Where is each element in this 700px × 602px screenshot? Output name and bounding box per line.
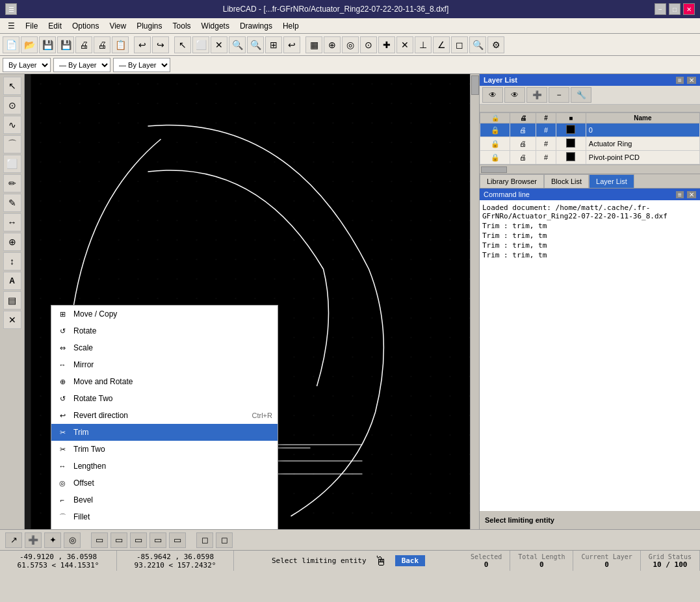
tool-text[interactable]: A [3,272,21,290]
select-button[interactable]: ↖ [174,36,191,53]
menu-help[interactable]: Help [278,20,304,32]
undo-button[interactable]: ↩ [134,36,151,53]
menu-plugins[interactable]: Plugins [131,20,167,32]
vertical-scrollbar[interactable] [470,74,479,529]
ctx-scale[interactable]: ⇔ Scale [51,339,278,356]
edit-layer-button[interactable]: 🔧 [571,87,591,103]
zoom-prev-button[interactable]: ↩ [283,36,300,53]
tool-move[interactable]: ↔ [3,213,21,231]
tool-polyline[interactable]: ✎ [3,194,21,212]
tool-hatch[interactable]: ▤ [3,291,21,309]
command-panel-float-button[interactable]: ≡ [676,191,684,198]
hide-all-layers-button[interactable]: 👁 [504,87,525,103]
bt-snap-free[interactable]: ✦ [44,532,61,548]
ctx-trim[interactable]: ✂ Trim [51,424,278,441]
menu-options[interactable]: Options [67,20,104,32]
layer-scroll-bar[interactable] [480,164,700,174]
show-all-layers-button[interactable]: 👁 [482,87,503,103]
zoom-fit-button[interactable]: ⊞ [265,36,282,53]
linetype-selector[interactable]: — By Layer [53,58,110,72]
menu-edit[interactable]: Edit [43,20,67,32]
bt-window-full[interactable]: ▭ [149,532,166,548]
maximize-button[interactable]: □ [669,3,681,15]
drawing-canvas-area[interactable]: ⊞ Move / Copy ↺ Rotate ⇔ Scale ↔ Mirror … [25,74,479,529]
ctx-fillet[interactable]: ⌒ Fillet [51,508,278,525]
save-button[interactable]: 💾 [39,36,56,53]
ctx-rotate[interactable]: ↺ Rotate [51,322,278,339]
tab-library-browser[interactable]: Library Browser [480,174,544,188]
menu-widgets[interactable]: Widgets [196,20,235,32]
minimize-button[interactable]: − [655,3,666,15]
tool-circle[interactable]: ⊙ [3,96,21,114]
bt-snap-point[interactable]: ↗ [5,532,22,548]
print-preview-button[interactable]: 🖨 [75,36,92,53]
snap-free-button[interactable]: ◻ [451,36,468,53]
ctx-move-copy[interactable]: ⊞ Move / Copy [51,306,278,322]
scroll-thumb[interactable] [471,75,479,95]
system-menu-button[interactable]: ☰ [5,3,17,15]
bt-window-v[interactable]: ▭ [130,532,147,548]
tool-arc[interactable]: ∿ [3,116,21,134]
add-layer-button[interactable]: ➕ [526,87,547,103]
grid-button[interactable]: ▦ [305,36,322,53]
tool-select[interactable]: ↖ [3,77,21,95]
snap-perp-button[interactable]: ⊥ [415,36,432,53]
zoom-in-button[interactable]: 🔍 [229,36,246,53]
tool-modify[interactable]: ✕ [3,311,21,329]
layer-panel-float-button[interactable]: ≡ [676,77,684,84]
menu-view[interactable]: View [104,20,131,32]
close-button[interactable]: ✕ [683,3,695,15]
ctx-move-rotate[interactable]: ⊕ Move and Rotate [51,373,278,390]
snap-intersect-button[interactable]: ✕ [396,36,413,53]
tool-measure[interactable]: ↕ [3,252,21,270]
ctx-rotate-two[interactable]: ↺ Rotate Two [51,390,278,407]
color-selector[interactable]: By Layer [3,58,51,72]
snap-button[interactable]: ⊕ [324,36,341,53]
ctx-lengthen[interactable]: ↔ Lengthen [51,458,278,475]
select-window-button[interactable]: ⬜ [192,36,209,53]
tool-snap[interactable]: ⊕ [3,233,21,251]
ctx-offset[interactable]: ◎ Offset [51,475,278,491]
snap-angle-button[interactable]: ∠ [433,36,450,53]
layer-panel-close-button[interactable]: ✕ [687,77,696,84]
snap-center-button[interactable]: ✚ [378,36,395,53]
remove-layer-button[interactable]: − [549,87,569,103]
redo-button[interactable]: ↪ [152,36,169,53]
tool-rect[interactable]: ⬜ [3,155,21,173]
bt-add-point[interactable]: ➕ [25,532,42,548]
export-button[interactable]: 📋 [112,36,129,53]
menu-drawings[interactable]: Drawings [235,20,278,32]
ctx-trim-two[interactable]: ✂ Trim Two [51,441,278,458]
settings-button[interactable]: ⚙ [487,36,504,53]
layer-row-0[interactable]: 🔒 🖨 # 0 [480,124,700,137]
ctx-divide[interactable]: ÷ Divide [51,525,278,529]
tool-line[interactable]: ✏ [3,174,21,192]
tool-freehand[interactable]: ⌒ [3,135,21,153]
linewidth-selector[interactable]: — By Layer [113,58,170,72]
ctx-bevel[interactable]: ⌐ Bevel [51,491,278,508]
layer-horizontal-scroll[interactable] [480,105,700,112]
snap-end-button[interactable]: ◎ [342,36,359,53]
open-button[interactable]: 📂 [21,36,38,53]
bt-window-h[interactable]: ▭ [110,532,127,548]
snap-mid-button[interactable]: ⊙ [360,36,377,53]
layer-row-2[interactable]: 🔒 🖨 # Pivot-point PCD [480,151,700,164]
zoom-out-button[interactable]: 🔍 [247,36,264,53]
info-button[interactable]: 🔍 [469,36,486,53]
print-button[interactable]: 🖨 [94,36,110,53]
tab-layer-list[interactable]: Layer List [589,174,634,188]
ctx-revert[interactable]: ↩ Revert direction Ctrl+R [51,407,278,424]
deselect-button[interactable]: ✕ [211,36,227,53]
ctx-mirror[interactable]: ↔ Mirror [51,356,278,373]
bt-window-single[interactable]: ▭ [91,532,108,548]
menu-icon[interactable]: ☰ [3,20,20,32]
new-button[interactable]: 📄 [3,36,19,53]
bt-snap-circle[interactable]: ◎ [64,532,81,548]
command-panel-close-button[interactable]: ✕ [687,191,696,198]
tab-block-list[interactable]: Block List [544,174,589,188]
bt-tool-2[interactable]: ◻ [216,532,233,548]
menu-file[interactable]: File [20,20,43,32]
save-as-button[interactable]: 💾 [57,36,74,53]
bt-tool-1[interactable]: ◻ [196,532,213,548]
bt-window-tile[interactable]: ▭ [169,532,186,548]
